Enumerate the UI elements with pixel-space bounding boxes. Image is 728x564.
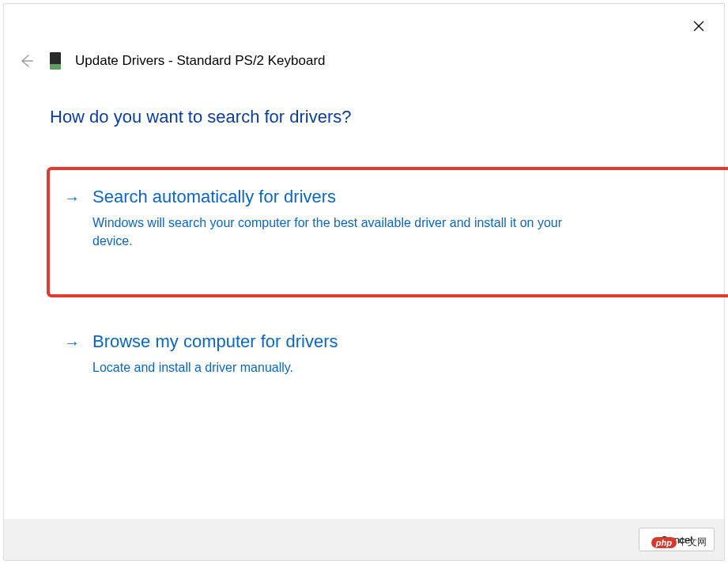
close-button[interactable] (688, 15, 710, 37)
arrow-right-icon: → (64, 187, 80, 208)
close-icon (693, 21, 704, 32)
option-description: Windows will search your computer for th… (92, 214, 583, 250)
arrow-right-icon: → (64, 332, 80, 353)
option-browse-computer[interactable]: → Browse my computer for drivers Locate … (50, 315, 677, 410)
option-title: Browse my computer for drivers (92, 331, 662, 354)
option-title: Search automatically for drivers (92, 186, 728, 209)
dialog-footer: Cancel (4, 519, 724, 560)
option-text-block: Browse my computer for drivers Locate an… (92, 331, 662, 377)
option-description: Locate and install a driver manually. (92, 358, 583, 377)
cancel-label: Cancel (661, 534, 692, 546)
search-question: How do you want to search for drivers? (50, 107, 677, 127)
dialog-header: Update Drivers - Standard PS/2 Keyboard (17, 51, 692, 70)
option-text-block: Search automatically for drivers Windows… (92, 186, 728, 250)
option-search-automatically[interactable]: → Search automatically for drivers Windo… (47, 167, 728, 297)
dialog-title: Update Drivers - Standard PS/2 Keyboard (75, 53, 326, 69)
update-drivers-dialog: Update Drivers - Standard PS/2 Keyboard … (3, 3, 725, 561)
dialog-content: How do you want to search for drivers? →… (50, 107, 677, 427)
back-arrow-icon (19, 54, 33, 68)
device-icon (50, 52, 61, 70)
back-button[interactable] (17, 51, 36, 70)
cancel-button[interactable]: Cancel (639, 528, 715, 551)
